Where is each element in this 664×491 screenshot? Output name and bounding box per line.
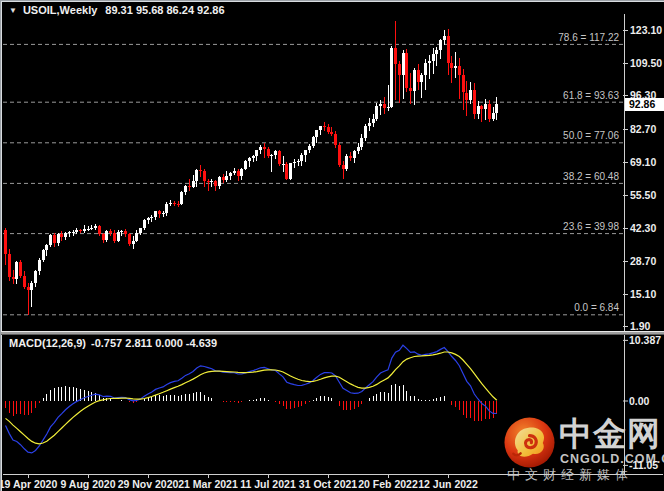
macd-signal-line (6, 352, 497, 444)
candle-body (480, 106, 483, 109)
candle-body (90, 228, 93, 229)
svg-text:10.387: 10.387 (629, 334, 661, 346)
candle-body (360, 138, 363, 147)
candle-body (383, 104, 386, 109)
candle-body (413, 70, 416, 91)
candle-body (323, 126, 326, 127)
candle-body (38, 260, 41, 272)
candle-body (72, 232, 75, 233)
candle-body (454, 66, 457, 68)
candle-body (143, 220, 146, 228)
candle-body (417, 70, 420, 82)
svg-text:55.50: 55.50 (630, 189, 656, 201)
candle-body (210, 181, 213, 182)
svg-text:29 Nov 2020: 29 Nov 2020 (118, 478, 179, 490)
price-chart-canvas[interactable]: 78.6 = 117.2261.8 = 93.6350.0 = 77.0638.… (1, 1, 664, 491)
candle-body (192, 181, 195, 187)
candle-body (319, 126, 322, 130)
svg-text:42.30: 42.30 (630, 222, 656, 234)
candle-body (394, 48, 397, 64)
candle-body (428, 61, 431, 63)
candle-body (195, 170, 198, 181)
candle-body (64, 233, 67, 237)
candle-body (345, 156, 348, 169)
candle-body (248, 158, 251, 161)
svg-text:31 Oct 2021: 31 Oct 2021 (299, 478, 358, 490)
candle-body (293, 162, 296, 164)
candle-body (409, 88, 412, 90)
candle-body (165, 204, 168, 213)
candle-body (180, 192, 183, 204)
candle-body (214, 181, 217, 186)
svg-text:109.50: 109.50 (630, 57, 662, 69)
svg-text:23.6 = 39.98: 23.6 = 39.98 (563, 221, 619, 232)
svg-text:11 Jul 2021: 11 Jul 2021 (240, 478, 296, 490)
candle-body (218, 177, 221, 186)
candle-body (450, 63, 453, 68)
candle-body (132, 241, 135, 244)
candle-body (458, 66, 461, 75)
candle-body (420, 75, 423, 81)
candle-body (270, 155, 273, 156)
candle-body (98, 226, 101, 234)
candle-body (372, 119, 375, 123)
svg-text:20 Feb 2022: 20 Feb 2022 (358, 478, 418, 490)
candle-body (199, 170, 202, 171)
svg-text:12 Jun 2022: 12 Jun 2022 (418, 478, 478, 490)
chart-title: ▼USOIL,Weekly89.31 95.68 86.24 92.86 (9, 4, 225, 16)
svg-text:38.2 = 60.48: 38.2 = 60.48 (563, 171, 619, 182)
svg-text:78.6 = 117.22: 78.6 = 117.22 (558, 32, 619, 43)
candle-body (255, 150, 258, 156)
symbol-period-label: USOIL,Weekly (23, 4, 97, 16)
candle-body (150, 217, 153, 218)
candle-body (402, 53, 405, 76)
candle-body (240, 169, 243, 176)
chevron-down-icon[interactable]: ▼ (9, 6, 17, 15)
candle-body (237, 171, 240, 175)
candle-body (30, 283, 33, 290)
candle-body (83, 229, 86, 231)
candle-body (147, 218, 150, 220)
candle-body (447, 36, 450, 63)
candle-body (267, 149, 270, 156)
candle-body (154, 211, 157, 217)
svg-text:50.0 = 77.06: 50.0 = 77.06 (563, 130, 619, 141)
candle-body (297, 161, 300, 162)
date-axis: 19 Apr 20209 Aug 202029 Nov 202021 Mar 2… (1, 474, 663, 490)
candle-body (432, 54, 435, 61)
candle-body (12, 277, 15, 279)
candle-body (285, 164, 288, 179)
candle-body (113, 233, 116, 241)
candle-body (473, 90, 476, 114)
candle-body (105, 231, 108, 240)
candle-body (203, 171, 206, 181)
macd-values: -0.757 2.811 0.000 -4.639 (91, 337, 217, 349)
candle-body (368, 123, 371, 126)
svg-text:69.10: 69.10 (630, 156, 656, 168)
candle-body (124, 231, 127, 233)
candle-body (57, 234, 60, 243)
candle-body (120, 231, 123, 232)
candle-body (173, 203, 176, 204)
candle-body (353, 151, 356, 158)
candle-body (312, 137, 315, 146)
candle-body (300, 155, 303, 161)
candle-body (349, 156, 352, 158)
candle-body (357, 147, 360, 150)
candle-body (158, 211, 161, 213)
macd-line (6, 345, 497, 453)
panel-splitter[interactable] (1, 331, 664, 335)
candle-body (60, 234, 63, 237)
candle-body (315, 130, 318, 137)
candle-body (252, 156, 255, 158)
svg-text:61.8 = 93.63: 61.8 = 93.63 (563, 90, 619, 101)
svg-text:82.70: 82.70 (630, 123, 656, 135)
candle-body (4, 230, 7, 254)
macd-name: MACD(12,26,9) (9, 337, 86, 349)
candle-body (68, 232, 71, 233)
svg-text:9 Aug 2020: 9 Aug 2020 (60, 478, 115, 490)
candle-body (443, 36, 446, 40)
candle-body (327, 127, 330, 133)
candle-body (477, 106, 480, 114)
candle-body (49, 235, 52, 245)
